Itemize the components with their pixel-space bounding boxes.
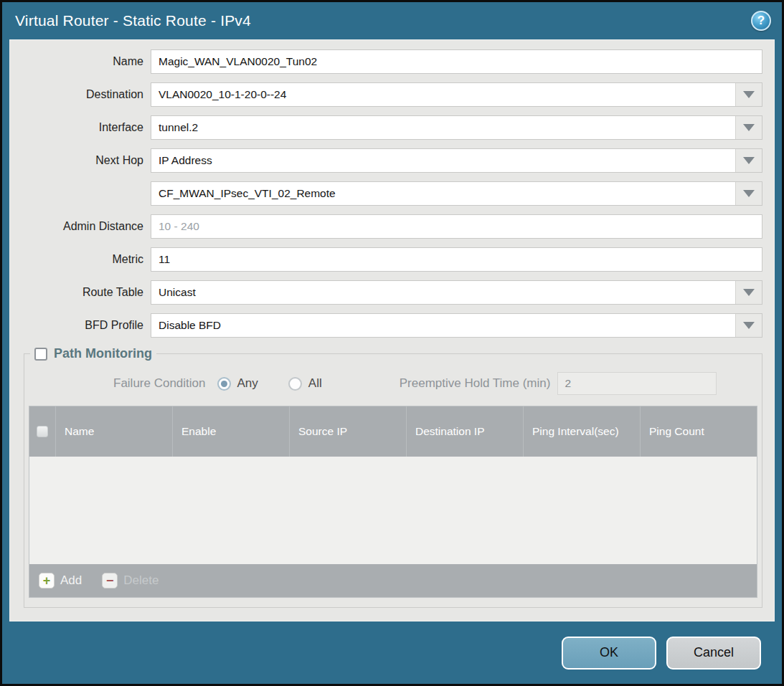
failure-condition-label: Failure Condition — [113, 376, 206, 391]
next-hop-type-input[interactable] — [151, 149, 735, 172]
destination-label: Destination — [10, 88, 151, 101]
path-monitoring-table: Name Enable Source IP Destination IP Pin… — [29, 406, 757, 598]
name-input[interactable] — [151, 50, 762, 73]
next-hop-address-dropdown-button[interactable] — [735, 182, 762, 205]
admin-distance-field-wrap — [151, 214, 762, 239]
table-header-destination-ip: Destination IP — [406, 406, 523, 457]
table-toolbar: + Add − Delete — [29, 564, 757, 597]
select-all-checkbox[interactable] — [37, 426, 48, 437]
path-monitoring-legend: Path Monitoring — [30, 346, 156, 361]
form-row-metric: Metric — [10, 247, 762, 272]
bfd-profile-dropdown-button[interactable] — [735, 314, 762, 337]
radio-dot — [221, 381, 227, 387]
admin-distance-input[interactable] — [151, 215, 762, 238]
add-plus-icon: + — [39, 573, 55, 589]
help-icon[interactable]: ? — [751, 11, 771, 31]
destination-dropdown-button[interactable] — [735, 83, 762, 106]
next-hop-label: Next Hop — [10, 154, 151, 167]
interface-input[interactable] — [151, 116, 735, 139]
table-header-source-ip: Source IP — [289, 406, 406, 457]
next-hop-dropdown-button[interactable] — [735, 149, 762, 172]
metric-input[interactable] — [151, 248, 762, 271]
dialog-button-bar: OK Cancel — [2, 621, 782, 684]
form-row-next-hop: Next Hop — [10, 148, 762, 173]
form-row-next-hop-address — [10, 181, 762, 206]
delete-minus-icon: − — [102, 573, 118, 589]
interface-label: Interface — [10, 121, 151, 134]
table-header-ping-count: Ping Count — [640, 406, 757, 457]
form-row-bfd-profile: BFD Profile — [10, 313, 762, 338]
name-field-wrap — [151, 49, 762, 74]
failure-condition-row: Failure Condition Any All Preemptive Hol… — [29, 371, 757, 396]
failure-condition-any-label[interactable]: Any — [237, 376, 258, 391]
chevron-down-icon — [743, 289, 755, 296]
bfd-profile-input[interactable] — [151, 314, 735, 337]
admin-distance-label: Admin Distance — [10, 220, 151, 233]
chevron-down-icon — [743, 124, 755, 131]
chevron-down-icon — [743, 91, 755, 98]
next-hop-address-field-wrap — [151, 181, 762, 206]
form-row-interface: Interface — [10, 115, 762, 140]
delete-button[interactable]: − Delete — [102, 573, 159, 589]
destination-input[interactable] — [151, 83, 735, 106]
table-body-empty — [29, 457, 757, 564]
dialog-title: Virtual Router - Static Route - IPv4 — [15, 12, 251, 29]
failure-condition-any-radio[interactable] — [217, 377, 231, 391]
chevron-down-icon — [743, 190, 755, 197]
help-icon-glyph: ? — [757, 14, 765, 28]
table-header-enable: Enable — [172, 406, 289, 457]
form-row-destination: Destination — [10, 82, 762, 107]
preemptive-hold-time-input[interactable] — [557, 372, 717, 395]
delete-button-label: Delete — [123, 573, 159, 588]
bfd-profile-label: BFD Profile — [10, 319, 151, 332]
table-header-name: Name — [55, 406, 172, 457]
chevron-down-icon — [743, 322, 755, 329]
destination-field-wrap — [151, 82, 762, 107]
path-monitoring-title: Path Monitoring — [54, 346, 152, 361]
static-route-dialog: Virtual Router - Static Route - IPv4 ? N… — [0, 0, 784, 686]
interface-dropdown-button[interactable] — [735, 116, 762, 139]
add-button-label: Add — [60, 573, 82, 588]
form-row-admin-distance: Admin Distance — [10, 214, 762, 239]
table-header-ping-interval: Ping Interval(sec) — [523, 406, 640, 457]
form-row-name: Name — [10, 49, 762, 74]
route-table-field-wrap — [151, 280, 762, 305]
add-button[interactable]: + Add — [39, 573, 82, 589]
route-table-label: Route Table — [10, 286, 151, 299]
table-header-row: Name Enable Source IP Destination IP Pin… — [29, 406, 757, 457]
form-row-route-table: Route Table — [10, 280, 762, 305]
preemptive-hold-time-label: Preemptive Hold Time (min) — [400, 376, 551, 391]
route-table-dropdown-button[interactable] — [735, 281, 762, 304]
path-monitoring-checkbox[interactable] — [34, 348, 47, 361]
failure-condition-all-radio[interactable] — [288, 377, 302, 391]
chevron-down-icon — [743, 157, 755, 164]
bfd-profile-field-wrap — [151, 313, 762, 338]
path-monitoring-section: Path Monitoring Failure Condition Any Al… — [24, 346, 762, 608]
cancel-button[interactable]: Cancel — [666, 637, 761, 670]
failure-condition-all-label[interactable]: All — [308, 376, 322, 391]
dialog-content: Name Destination Interface — [9, 39, 775, 621]
metric-field-wrap — [151, 247, 762, 272]
metric-label: Metric — [10, 253, 151, 266]
interface-field-wrap — [151, 115, 762, 140]
ok-button[interactable]: OK — [562, 637, 656, 670]
next-hop-address-input[interactable] — [151, 182, 735, 205]
route-table-input[interactable] — [151, 281, 735, 304]
next-hop-field-wrap — [151, 148, 762, 173]
table-header-checkbox-cell — [29, 406, 55, 457]
dialog-titlebar: Virtual Router - Static Route - IPv4 ? — [2, 2, 782, 39]
name-label: Name — [10, 55, 151, 68]
